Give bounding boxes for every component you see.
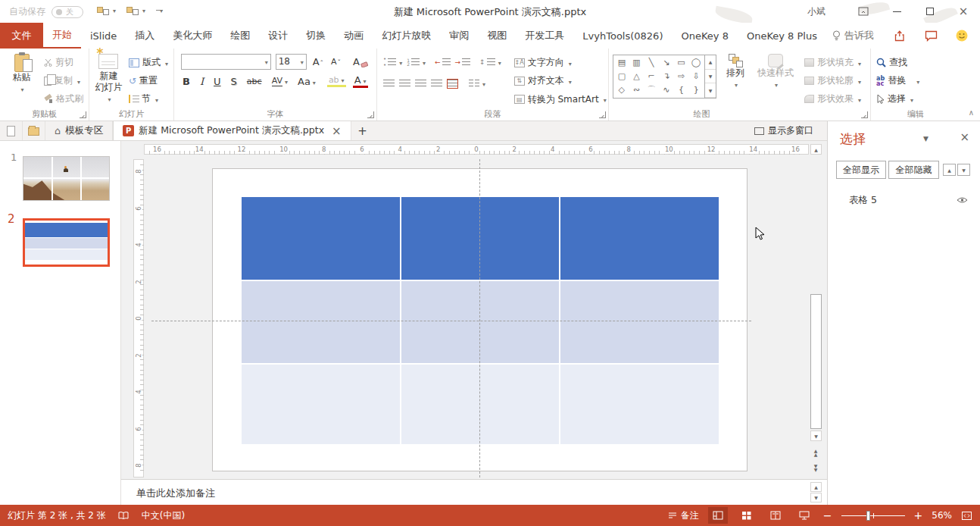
paste-button[interactable]: 粘贴 <box>4 52 39 108</box>
format-painter-button[interactable]: 格式刷 <box>42 91 85 107</box>
clear-formatting-button[interactable]: A <box>351 56 370 67</box>
drawing-dialog-launcher[interactable] <box>861 111 868 118</box>
table-cell[interactable] <box>560 281 719 363</box>
vertical-scrollbar-thumb[interactable] <box>810 294 822 429</box>
comment-icon[interactable] <box>925 30 938 42</box>
selection-pane-item[interactable]: 表格 5 <box>828 191 980 209</box>
align-left-button[interactable] <box>381 75 397 92</box>
arrange-tool-button[interactable] <box>126 5 145 15</box>
slide-sorter-view-button[interactable] <box>737 507 757 524</box>
user-name[interactable]: 小斌 <box>807 5 826 18</box>
table-cell[interactable] <box>242 281 400 363</box>
quick-styles-button[interactable]: 快速样式 <box>754 52 797 108</box>
ribbon-tab[interactable]: 视图 <box>478 23 516 49</box>
ribbon-tab[interactable]: 审阅 <box>440 23 478 49</box>
reading-view-button[interactable] <box>766 507 785 524</box>
vertical-guide[interactable] <box>479 159 480 477</box>
tell-me-button[interactable]: 告诉我 <box>826 23 880 49</box>
copy-button[interactable]: 复制 <box>42 73 85 89</box>
arrange-button[interactable]: 排列 <box>719 52 751 108</box>
fit-to-window-icon[interactable] <box>961 511 972 521</box>
shape-fill-button[interactable]: 形状填充 <box>803 55 863 70</box>
language-indicator[interactable]: 中文(中国) <box>142 509 185 522</box>
share-icon[interactable] <box>894 30 907 42</box>
scroll-up-button[interactable] <box>810 144 822 155</box>
shape-icon[interactable]: ⇨ <box>678 72 685 81</box>
reset-button[interactable]: ↺重置 <box>127 73 170 89</box>
maximize-button[interactable] <box>913 0 947 23</box>
new-slide-button[interactable]: 新建 幻灯片 <box>93 52 124 108</box>
change-case-button[interactable]: Aa <box>296 76 317 87</box>
show-multiple-windows-button[interactable]: 显示多窗口 <box>754 121 827 140</box>
layout-button[interactable]: 版式 <box>127 55 170 70</box>
move-up-button[interactable]: ▲ <box>943 164 956 176</box>
font-color-button[interactable]: A <box>353 74 368 88</box>
ribbon-tab[interactable]: LvyhTools(0826) <box>573 23 672 49</box>
close-pane-button[interactable] <box>960 130 969 144</box>
bold-button[interactable]: B <box>181 76 192 87</box>
shape-icon[interactable]: ⌐ <box>648 72 655 81</box>
show-all-button[interactable]: 全部显示 <box>836 161 886 179</box>
shapes-scroll-up[interactable]: ▲ <box>705 55 716 70</box>
customize-qat-button[interactable] <box>156 5 163 15</box>
visibility-eye-icon[interactable] <box>957 196 968 204</box>
zoom-in-button[interactable]: + <box>914 511 923 520</box>
clipboard-dialog-launcher[interactable] <box>80 111 86 118</box>
ribbon-tab[interactable]: 设计 <box>259 23 297 49</box>
text-shadow-button[interactable]: S <box>229 76 239 87</box>
shape-icon[interactable]: ▤ <box>618 58 626 67</box>
shape-icon[interactable]: ▢ <box>618 72 626 81</box>
character-spacing-button[interactable]: AV <box>270 76 289 86</box>
ribbon-tab[interactable]: OneKey 8 <box>672 23 737 49</box>
collapse-ribbon-button[interactable] <box>969 108 974 117</box>
paragraph-dialog-launcher[interactable] <box>599 111 606 118</box>
align-text-button[interactable]: ⇅对齐文本 <box>513 73 608 89</box>
grow-font-button[interactable]: A <box>311 56 325 67</box>
autosave-toggle[interactable]: 关 <box>51 6 83 18</box>
underline-button[interactable]: U <box>212 76 223 87</box>
zoom-slider[interactable] <box>841 511 905 521</box>
convert-smartart-button[interactable]: ▤转换为 SmartArt <box>513 92 608 108</box>
next-slide-button[interactable]: ▼ ▼ <box>811 464 820 471</box>
columns-button[interactable] <box>467 75 488 92</box>
shrink-font-button[interactable]: A <box>329 57 342 67</box>
tab-document[interactable]: P 新建 Microsoft PowerPoint 演示文稿.pptx <box>113 121 351 140</box>
shapes-more-button[interactable]: ▼ <box>705 83 716 98</box>
close-button[interactable] <box>947 0 980 23</box>
bullets-button[interactable]: •• <box>381 54 404 70</box>
table-cell[interactable] <box>560 365 719 444</box>
decrease-indent-button[interactable]: ← <box>432 54 453 70</box>
numbering-button[interactable]: 12 <box>404 54 428 70</box>
shape-icon[interactable]: } <box>694 86 699 95</box>
shape-icon[interactable]: ⌒ <box>648 86 656 95</box>
ribbon-tab[interactable]: 插入 <box>126 23 164 49</box>
notes-placeholder[interactable]: 单击此处添加备注 <box>136 487 215 500</box>
new-tab-button[interactable] <box>351 121 374 140</box>
cut-button[interactable]: 剪切 <box>42 55 85 70</box>
ribbon-tab[interactable]: 美化大师 <box>164 23 221 49</box>
zoom-level[interactable]: 56% <box>932 510 952 521</box>
table-cell[interactable] <box>560 197 719 280</box>
replace-button[interactable]: abac替换 <box>875 73 921 89</box>
normal-view-button[interactable] <box>708 507 728 524</box>
shape-icon[interactable]: ▭ <box>677 58 685 67</box>
tab-file[interactable]: 文件 <box>0 23 43 49</box>
shape-icon[interactable]: ∿ <box>663 86 669 95</box>
distribute-button[interactable] <box>445 75 460 92</box>
notes-toggle-button[interactable]: 备注 <box>668 509 699 522</box>
close-document-tab-button[interactable] <box>332 124 342 138</box>
slide-2-thumbnail[interactable] <box>23 218 110 267</box>
ribbon-tab[interactable]: OneKey 8 Plus <box>738 23 826 49</box>
shape-icon[interactable]: △ <box>633 72 639 81</box>
scroll-down-button[interactable] <box>810 431 822 441</box>
ribbon-tab[interactable]: iSlide <box>81 23 126 49</box>
select-button[interactable]: 选择 <box>875 91 921 107</box>
font-dialog-launcher[interactable] <box>367 111 374 118</box>
horizontal-guide[interactable] <box>151 321 751 321</box>
slide-counter[interactable]: 幻灯片 第 2 张 , 共 2 张 <box>8 509 106 522</box>
previous-slide-button[interactable]: ▲ ▲ <box>811 449 820 456</box>
zoom-slider-thumb[interactable] <box>866 511 870 521</box>
align-center-button[interactable] <box>397 75 413 92</box>
notes-scroll-down[interactable]: ▼ <box>810 493 822 503</box>
shape-icon[interactable]: ⇩ <box>693 72 700 81</box>
